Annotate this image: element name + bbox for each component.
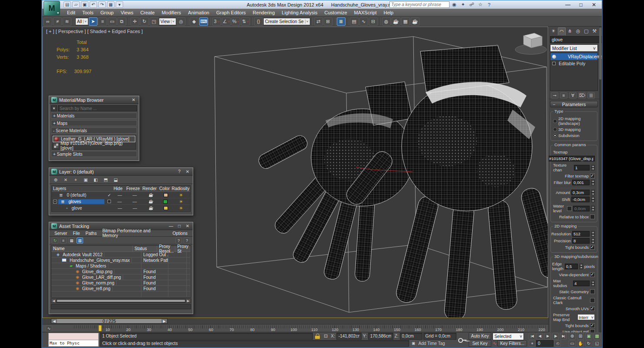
zoom-extents-icon[interactable] bbox=[585, 333, 592, 340]
stack-item-editable-poly[interactable]: Editable Poly bbox=[550, 60, 597, 67]
communication-center-icon[interactable] bbox=[468, 1, 475, 8]
sample-slots-section-header[interactable]: + Sample Slots bbox=[51, 151, 137, 157]
menu-help[interactable]: Help bbox=[381, 10, 397, 15]
redo-icon[interactable] bbox=[98, 1, 106, 8]
radio-subdivision[interactable] bbox=[553, 134, 557, 137]
menu-lighting-analysis[interactable]: Lighting Analysis bbox=[279, 10, 321, 15]
maximize-button[interactable] bbox=[577, 2, 585, 8]
bind-to-spacewarp-icon[interactable] bbox=[63, 17, 71, 26]
sign-in-key-icon[interactable] bbox=[460, 1, 466, 8]
render-toggle-icon[interactable] bbox=[143, 205, 159, 211]
mirror-icon[interactable] bbox=[314, 17, 323, 26]
schematic-view-icon[interactable] bbox=[369, 17, 378, 26]
preserve-map-dropdown[interactable]: Interr˅ bbox=[577, 314, 595, 320]
select-and-rotate-icon[interactable] bbox=[140, 17, 149, 26]
maxscript-mini-listener[interactable]: Max to Physc bbox=[48, 333, 99, 347]
freeze-layer-icon[interactable] bbox=[112, 177, 120, 183]
select-layer-objects-icon[interactable] bbox=[82, 177, 90, 183]
set-key-button[interactable]: Set Key bbox=[469, 340, 492, 347]
layer-color-swatch[interactable] bbox=[159, 192, 172, 198]
freeze-toggle[interactable] bbox=[127, 198, 142, 204]
menu-edit[interactable]: Edit bbox=[64, 10, 78, 15]
render-toggle-icon[interactable] bbox=[143, 198, 159, 204]
layer-manager-dialog[interactable]: M Layer: 0 (default) ? Layers Hide Freez… bbox=[49, 167, 193, 215]
open-mini-curve-editor-icon[interactable] bbox=[46, 325, 52, 331]
track-bar[interactable]: 1020304050607080901001101201301401501601… bbox=[42, 325, 548, 332]
close-icon[interactable] bbox=[184, 169, 191, 174]
texmap-button[interactable] bbox=[548, 156, 595, 161]
infocenter-search-input[interactable] bbox=[389, 1, 449, 8]
help-pointer-icon[interactable] bbox=[175, 238, 182, 244]
snap-toggle-3d-icon[interactable] bbox=[212, 17, 221, 26]
graphite-ribbon-icon[interactable] bbox=[350, 17, 359, 26]
tab-display-icon[interactable] bbox=[582, 27, 590, 35]
angle-snap-icon[interactable] bbox=[222, 17, 231, 26]
pin-stack-icon[interactable] bbox=[551, 92, 558, 99]
render-production-icon[interactable] bbox=[411, 17, 419, 26]
menu-views[interactable]: Views bbox=[117, 10, 136, 15]
pan-hand-icon[interactable] bbox=[577, 340, 584, 347]
maximize-viewport-icon[interactable] bbox=[594, 340, 600, 347]
play-icon[interactable] bbox=[544, 333, 551, 340]
hierarchy-view-icon[interactable] bbox=[68, 238, 75, 244]
tight-bounds-3d-checkbox[interactable] bbox=[590, 323, 595, 328]
table-view-icon[interactable] bbox=[77, 238, 83, 244]
window-crossing-icon[interactable] bbox=[117, 17, 126, 26]
go-to-end-icon[interactable] bbox=[560, 333, 567, 340]
tab-hierarchy-icon[interactable] bbox=[566, 27, 574, 35]
curve-editor-icon[interactable] bbox=[359, 17, 368, 26]
menu-graph-editors[interactable]: Graph Editors bbox=[213, 10, 249, 15]
select-and-manipulate-icon[interactable] bbox=[190, 17, 198, 26]
render-setup-icon[interactable] bbox=[392, 17, 400, 26]
radiosity-lamp-icon[interactable] bbox=[172, 205, 190, 211]
water-level-spinner[interactable] bbox=[591, 206, 595, 211]
close-icon[interactable] bbox=[131, 97, 137, 102]
current-frame-field[interactable] bbox=[536, 340, 553, 347]
asset-row-glove-disp[interactable]: Glove_disp.png Found bbox=[51, 269, 191, 274]
asset-row-glove-norm[interactable]: Glove_norm.png Found bbox=[51, 280, 191, 286]
amount-spinner[interactable] bbox=[591, 190, 595, 195]
layer-manager-icon[interactable] bbox=[337, 17, 345, 26]
time-slider[interactable]: 0 / 225 bbox=[42, 318, 548, 325]
tab-motion-icon[interactable] bbox=[574, 27, 582, 35]
shift-field[interactable] bbox=[571, 197, 590, 202]
resolution-field[interactable] bbox=[572, 231, 590, 237]
hide-toggle[interactable] bbox=[113, 205, 127, 211]
water-level-checkbox[interactable] bbox=[567, 206, 572, 211]
freeze-toggle[interactable] bbox=[127, 192, 142, 198]
lightbulb-icon[interactable] bbox=[552, 55, 556, 59]
hide-layer-icon[interactable] bbox=[102, 177, 110, 183]
menu-maxscript[interactable]: MAXScript bbox=[351, 10, 380, 15]
auto-key-button[interactable]: Auto Key bbox=[469, 333, 492, 340]
layer-row-default[interactable]: 0 (default) bbox=[52, 192, 190, 198]
edit-named-selections-icon[interactable] bbox=[254, 17, 263, 26]
layer-row-glove-object[interactable]: glove bbox=[52, 205, 190, 211]
viewport-label[interactable]: [ + ] [ Perspective ] [ Shaded + Edged F… bbox=[46, 29, 143, 34]
menu-customize[interactable]: Customize bbox=[322, 10, 350, 15]
menu-rendering[interactable]: Rendering bbox=[250, 10, 278, 15]
precision-spinner[interactable] bbox=[591, 238, 595, 244]
radiosity-lamp-icon[interactable] bbox=[172, 198, 190, 204]
absolute-mode-icon[interactable] bbox=[322, 333, 329, 340]
material-search-input[interactable] bbox=[58, 105, 137, 111]
next-frame-icon[interactable] bbox=[552, 333, 559, 340]
collapse-icon[interactable]: − bbox=[53, 200, 57, 204]
radiosity-lamp-icon[interactable] bbox=[172, 192, 190, 198]
material-item-map[interactable]: Map #1018347(Glove_disp.png) [glove] bbox=[53, 142, 135, 149]
menu-animation[interactable]: Animation bbox=[185, 10, 212, 15]
shift-spinner[interactable] bbox=[591, 197, 595, 202]
tight-bounds-checkbox[interactable] bbox=[590, 245, 595, 250]
menu-group[interactable]: Group bbox=[97, 10, 117, 15]
undo-icon[interactable] bbox=[90, 1, 97, 8]
classic-catmull-checkbox[interactable] bbox=[590, 298, 595, 303]
max-subdivs-spinner[interactable] bbox=[591, 281, 595, 286]
menu-bitmap-performance[interactable]: Bitmap Performance and Memory bbox=[100, 228, 169, 238]
key-mode-toggle-icon[interactable] bbox=[529, 340, 535, 347]
layer-color-swatch[interactable] bbox=[159, 198, 172, 204]
current-layer-box-icon[interactable] bbox=[106, 198, 113, 204]
scroll-right-icon[interactable] bbox=[186, 299, 191, 303]
asset-row-vault[interactable]: Autodesk Vault 2012 Logged Out ... bbox=[51, 252, 191, 258]
parameters-rollout-header[interactable]: Parameters bbox=[550, 101, 598, 107]
application-button[interactable]: M▾ bbox=[44, 1, 60, 16]
new-scene-icon[interactable] bbox=[64, 1, 71, 8]
